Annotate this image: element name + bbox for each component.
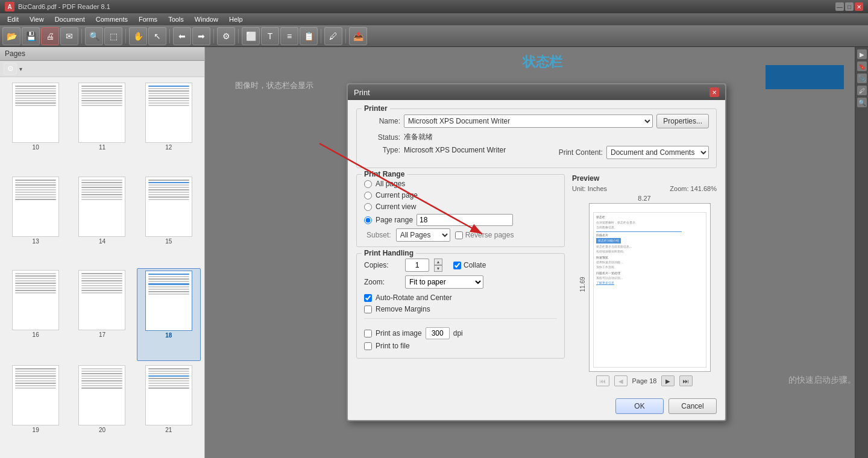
dpi-input[interactable]	[426, 327, 450, 339]
preview-height-label: 11.69	[579, 283, 586, 292]
dialog-left-col: Print Range All pages Current page	[356, 174, 565, 386]
print-as-image-checkbox[interactable]	[364, 330, 372, 337]
thumb-label-16: 16	[33, 331, 39, 338]
menu-comments[interactable]: Comments	[91, 14, 133, 24]
toolbar-back-btn[interactable]: ⬅	[173, 27, 191, 45]
printer-section: Printer Name: Microsoft XPS Document Wri…	[356, 108, 717, 168]
printer-name-row: Name: Microsoft XPS Document Writer Prop…	[364, 114, 709, 128]
printer-section-title: Printer	[362, 104, 390, 113]
preview-first-btn[interactable]: ⏮	[596, 375, 609, 386]
thumbnail-17[interactable]: 17	[70, 268, 134, 361]
thumb-label-14: 14	[99, 238, 105, 245]
dialog-close-btn[interactable]: ✕	[709, 87, 719, 97]
toolbar-save-btn[interactable]: 💾	[22, 27, 40, 45]
thumb-label-11: 11	[99, 144, 105, 151]
print-range-section: Print Range All pages Current page	[356, 174, 565, 247]
toolbar-settings-btn[interactable]: ⚙	[217, 27, 235, 45]
print-content-select[interactable]: Document and Comments	[606, 146, 709, 159]
ok-button[interactable]: OK	[615, 398, 664, 414]
toolbar-print-btn[interactable]: 🖨	[41, 27, 59, 45]
copies-input[interactable]	[405, 259, 429, 272]
copies-spinner: ▲ ▼	[434, 259, 442, 272]
remove-margins-label[interactable]: Remove Margins	[376, 305, 430, 313]
sidebar-settings-icon[interactable]: ⚙	[4, 63, 17, 75]
toolbar-search-btn[interactable]: 🔍	[85, 27, 103, 45]
copies-up-btn[interactable]: ▲	[434, 259, 442, 265]
toolbar-email-btn[interactable]: ✉	[60, 27, 78, 45]
preview-link: 了解更多信息	[596, 281, 703, 285]
thumbnail-16[interactable]: 16	[4, 268, 68, 361]
toolbar-fit-btn[interactable]: ⬜	[242, 27, 260, 45]
preview-nav: ⏮ ◀ Page 18 ▶ ⏭	[572, 375, 717, 386]
thumbnail-20[interactable]: 20	[70, 363, 134, 455]
maximize-button[interactable]: □	[845, 2, 854, 11]
toolbar-forward-btn[interactable]: ➡	[192, 27, 210, 45]
radio-current-page-label[interactable]: Current page	[376, 191, 418, 199]
properties-btn[interactable]: Properties...	[656, 114, 709, 128]
toolbar-open-btn[interactable]: 📂	[2, 27, 20, 45]
radio-page-range-input[interactable]	[364, 216, 372, 224]
thumb-label-21: 21	[165, 427, 172, 433]
auto-rotate-checkbox[interactable]	[364, 294, 372, 302]
radio-current-view-input[interactable]	[364, 203, 372, 211]
menu-window[interactable]: Window	[190, 14, 223, 24]
close-button[interactable]: ✕	[855, 2, 863, 11]
preview-text1: 状态栏显示当前页面信息...	[596, 245, 703, 249]
toolbar-select-btn[interactable]: ⬚	[104, 27, 122, 45]
subset-row: Subset: All Pages Reverse pages	[364, 228, 557, 242]
thumbnail-15[interactable]: 15	[137, 175, 201, 266]
preview-next-btn[interactable]: ▶	[661, 375, 675, 386]
thumbnail-21[interactable]: 21	[137, 363, 201, 455]
app-icon: A	[5, 2, 14, 11]
thumbnail-19[interactable]: 19	[4, 363, 68, 455]
toolbar-text-btn[interactable]: T	[261, 27, 279, 45]
preview-prev-btn[interactable]: ◀	[614, 375, 627, 386]
print-to-file-checkbox[interactable]	[364, 342, 372, 350]
menu-help[interactable]: Help	[224, 14, 248, 24]
toolbar-stamp-btn[interactable]: 📋	[300, 27, 318, 45]
collate-checkbox[interactable]	[453, 262, 461, 269]
content-area: 状态栏 图像时，状态栏会显示 的快速启动步骤。 扫描名片– 快速启动 Print…	[205, 47, 868, 458]
reverse-pages-checkbox[interactable]	[455, 231, 463, 239]
print-to-file-label[interactable]: Print to file	[376, 342, 410, 350]
print-dialog: Print ✕ Printer Name:	[347, 83, 726, 421]
menu-edit[interactable]: Edit	[2, 14, 24, 24]
radio-page-range-label[interactable]: Page range	[376, 216, 413, 224]
title-bar-buttons: — □ ✕	[835, 2, 863, 11]
thumbnail-18[interactable]: 18	[137, 268, 201, 361]
reverse-pages-label[interactable]: Reverse pages	[455, 231, 514, 239]
thumbnail-12[interactable]: 12	[137, 81, 201, 172]
radio-all-pages-label[interactable]: All pages	[376, 180, 405, 188]
menu-document[interactable]: Document	[50, 14, 90, 24]
radio-current-view-label[interactable]: Current view	[376, 202, 416, 211]
toolbar-hand-btn[interactable]: ✋	[129, 27, 147, 45]
collate-text: Collate	[464, 261, 486, 269]
print-as-image-label[interactable]: Print as image	[376, 329, 422, 337]
zoom-select[interactable]: Fit to paper	[405, 275, 483, 289]
minimize-button[interactable]: —	[835, 2, 844, 11]
thumbnail-13[interactable]: 13	[4, 175, 68, 266]
menu-tools[interactable]: Tools	[163, 14, 189, 24]
menu-view[interactable]: View	[25, 14, 49, 24]
remove-margins-checkbox[interactable]	[364, 306, 372, 313]
toolbar-typewrite-btn[interactable]: 🖊	[324, 27, 342, 45]
sidebar-tools: ⚙ ▾	[0, 61, 204, 77]
radio-current-page-input[interactable]	[364, 192, 372, 199]
toolbar-export-btn[interactable]: 📤	[349, 27, 367, 45]
page-range-text-input[interactable]	[417, 214, 513, 226]
radio-all-pages-input[interactable]	[364, 180, 372, 188]
menu-forms[interactable]: Forms	[134, 14, 162, 24]
cancel-button[interactable]: Cancel	[668, 398, 717, 414]
toolbar-lines-btn[interactable]: ≡	[280, 27, 298, 45]
toolbar-sep4	[213, 29, 214, 43]
thumbnail-11[interactable]: 11	[70, 81, 134, 172]
preview-last-btn[interactable]: ⏭	[679, 375, 693, 386]
thumbnail-10[interactable]: 10	[4, 81, 68, 172]
copies-down-btn[interactable]: ▼	[434, 265, 442, 272]
dialog-buttons: OK Cancel	[348, 395, 725, 420]
printer-name-select[interactable]: Microsoft XPS Document Writer	[404, 114, 653, 128]
auto-rotate-label[interactable]: Auto-Rotate and Center	[376, 293, 452, 302]
toolbar-select2-btn[interactable]: ↖	[148, 27, 166, 45]
subset-select[interactable]: All Pages	[396, 228, 450, 242]
thumbnail-14[interactable]: 14	[70, 175, 134, 266]
